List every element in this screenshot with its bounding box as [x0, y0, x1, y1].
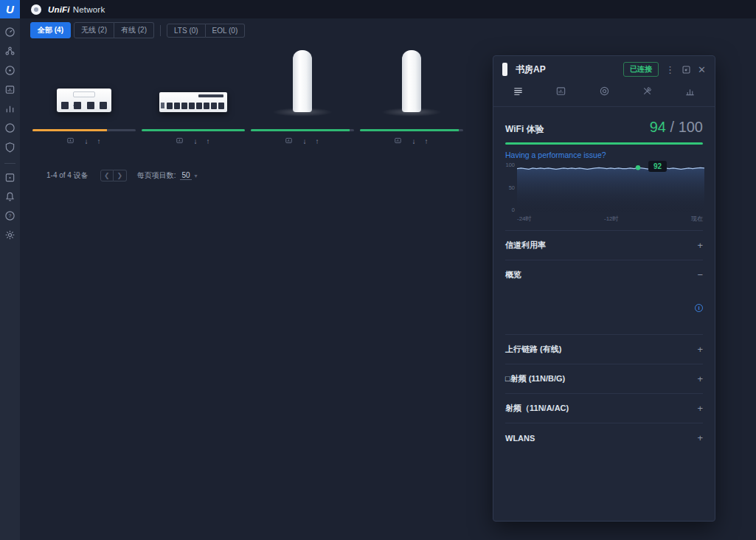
sidebar-item-statistics[interactable] [0, 100, 20, 120]
overview-label: 概览 [505, 269, 521, 280]
panel-tab-list[interactable] [496, 86, 539, 100]
expand-icon[interactable]: + [697, 432, 703, 443]
section-label: WLANS [505, 434, 535, 443]
dock-panel-icon[interactable] [682, 65, 691, 75]
collapse-icon[interactable]: − [697, 269, 703, 280]
expand-icon[interactable]: + [697, 373, 703, 384]
insights-icon [555, 86, 566, 100]
top-bar: U UniFiNetwork [0, 0, 756, 18]
more-options-kebab-icon[interactable]: ⋮ [665, 65, 675, 75]
config-icon [599, 86, 610, 100]
settings-gear-icon [4, 229, 15, 243]
device-card-1[interactable]: ↓ ↑ [139, 49, 248, 146]
app-title-unifi: UniFi [48, 5, 70, 14]
section-bottom-0[interactable]: 上行链路 (有线) + [505, 334, 703, 364]
sidebar-item-dashboard-gauge[interactable] [0, 24, 20, 43]
events-calendar-icon [4, 172, 15, 186]
chevron-down-icon[interactable]: ▾ [195, 173, 198, 179]
sidebar-item-shield[interactable] [0, 139, 20, 158]
section-top-0[interactable]: 信道利用率 + [505, 230, 703, 260]
device-card-3[interactable]: ↓ ↑ [357, 49, 466, 146]
sidebar-item-map[interactable] [0, 120, 20, 139]
unifi-network-app-icon [31, 4, 41, 15]
device-stats: ↓ ↑ [285, 136, 321, 146]
expand-icon[interactable]: + [697, 240, 703, 251]
device-stats: ↓ ↑ [176, 136, 212, 146]
panel-tab-config[interactable] [583, 86, 625, 100]
wifi-experience-section: WiFi 体验 94 / 100 Having a performance is… [493, 107, 715, 159]
help-icon: ? [4, 210, 15, 224]
device-image [57, 49, 111, 112]
filter-tab-1[interactable]: 无线 (2) [74, 22, 114, 38]
x-tick-label: 现在 [691, 215, 703, 223]
status-badge: 已连接 [623, 62, 659, 77]
section-label: □射频 (11N/B/G) [505, 373, 565, 384]
panel-header: 书房AP 已连接 ⋮ ✕ [493, 56, 715, 83]
section-bottom-1[interactable]: □射频 (11N/B/G) + [505, 364, 703, 393]
wifi-score-bar [505, 142, 703, 145]
section-bottom-2[interactable]: 射频（11N/A/AC) + [505, 393, 703, 423]
filter-tab-2[interactable]: 有线 (2) [114, 22, 154, 38]
sidebar-item-topology[interactable] [0, 43, 20, 62]
y-tick-label: 50 [509, 184, 515, 191]
sidebar-item-clients[interactable] [0, 81, 20, 100]
panel-tab-tools[interactable] [625, 86, 668, 100]
section-overview-header[interactable]: 概览 − [505, 260, 703, 289]
sidebar-item-devices[interactable] [0, 62, 20, 81]
gateway-device-image [57, 89, 111, 112]
device-image [159, 49, 227, 112]
filter-tab-right-1[interactable]: EOL (0) [206, 24, 246, 38]
performance-issue-link[interactable]: Having a performance issue? [505, 150, 703, 159]
sidebar-item-alerts-bell[interactable] [0, 188, 20, 207]
wifi-score: 94 [650, 119, 666, 136]
device-health-bar [142, 129, 245, 131]
x-tick-label: -12时 [604, 215, 619, 223]
device-card-0[interactable]: ↓ ↑ [30, 49, 139, 146]
expand-icon[interactable]: + [697, 344, 703, 355]
section-bottom-3[interactable]: WLANS + [505, 423, 703, 452]
statistics-icon [4, 103, 15, 117]
sidebar-item-help[interactable]: ? [0, 207, 20, 226]
filter-tab-right-0[interactable]: LTS (0) [167, 24, 206, 38]
close-icon[interactable]: ✕ [698, 65, 706, 75]
prev-page-button[interactable]: ❮ [100, 170, 114, 181]
map-icon [4, 122, 15, 136]
filter-tab-0[interactable]: 全部 (4) [30, 22, 71, 38]
panel-tab-stats[interactable] [669, 86, 712, 100]
sidebar-divider [4, 163, 15, 164]
access-point-device-image [293, 50, 312, 112]
y-tick-label: 0 [512, 207, 515, 213]
next-page-button[interactable]: ❯ [114, 170, 127, 181]
device-card-2[interactable]: ↓ ↑ [248, 49, 357, 146]
overview-body: i [493, 289, 715, 334]
client-tiny-icon [394, 136, 405, 146]
sidebar-item-events-calendar[interactable] [0, 169, 20, 188]
chart-plot-area[interactable]: 92 [517, 164, 703, 212]
expand-icon[interactable]: + [697, 403, 703, 414]
wifi-chart-svg [517, 164, 704, 212]
chart-marker-dot [636, 165, 640, 170]
svg-text:?: ? [9, 212, 12, 218]
chart-x-axis: -24时-12时现在 [517, 215, 703, 223]
switch-device-image [159, 92, 227, 112]
client-tiny-icon [285, 136, 296, 146]
x-tick-label: -24时 [517, 215, 532, 223]
device-image [402, 49, 421, 112]
client-tiny-icon [176, 136, 187, 146]
chart-y-axis: 100500 [505, 164, 517, 212]
list-icon [513, 86, 524, 100]
wifi-experience-label: WiFi 体验 [505, 123, 650, 136]
upload-arrow-icon: ↑ [97, 137, 101, 145]
ubiquiti-logo[interactable]: U [0, 0, 20, 18]
panel-tab-insights[interactable] [539, 86, 582, 100]
sidebar-item-settings-gear[interactable] [0, 226, 20, 246]
app-title-network: Network [73, 5, 105, 14]
device-health-bar [251, 129, 354, 131]
download-arrow-icon: ↓ [85, 137, 89, 145]
per-page-select[interactable]: 50 [180, 171, 191, 180]
alerts-bell-icon [4, 191, 15, 205]
section-label: 射频（11N/A/AC) [505, 403, 569, 414]
per-page-label: 每页项目数: [137, 170, 176, 181]
info-icon[interactable]: i [695, 304, 703, 312]
pagination-range: 1-4 of 4 设备 [46, 170, 89, 181]
